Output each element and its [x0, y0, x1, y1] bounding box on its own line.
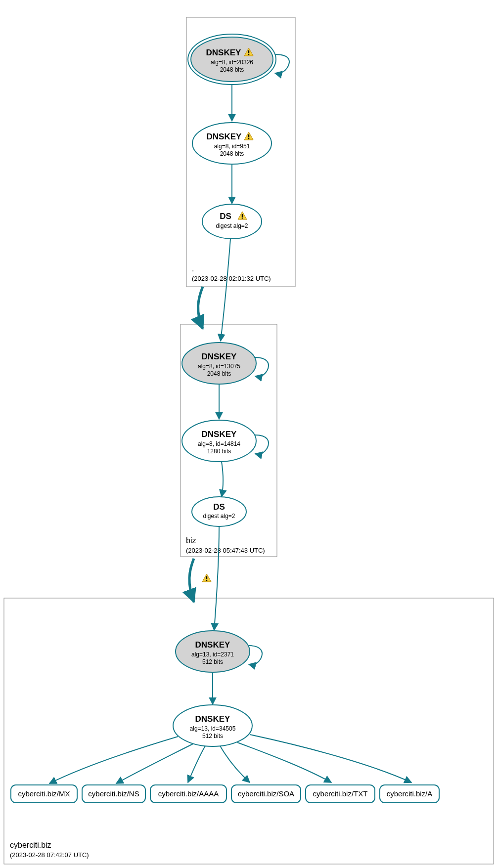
- biz-ksk-l1: alg=8, id=13075: [198, 363, 240, 370]
- delegation-edge: [189, 559, 194, 602]
- biz-ds-title: DS: [213, 502, 225, 512]
- root-ksk-title: DNSKEY: [206, 48, 242, 57]
- node-biz-zsk[interactable]: DNSKEY alg=8, id=14814 1280 bits: [182, 420, 256, 462]
- rrset-aaaa[interactable]: cyberciti.biz/AAAA: [150, 785, 226, 803]
- rrset-txt[interactable]: cyberciti.biz/TXT: [306, 785, 375, 803]
- edge: [188, 746, 205, 782]
- root-zsk-l2: 2048 bits: [220, 150, 244, 157]
- svg-text:cyberciti.biz/A: cyberciti.biz/A: [387, 789, 433, 798]
- biz-zsk-title: DNSKEY: [202, 430, 237, 439]
- node-root-ds[interactable]: DS digest alg=2: [202, 204, 262, 239]
- edge: [49, 737, 178, 783]
- root-ds-l1: digest alg=2: [216, 222, 248, 229]
- node-biz-ksk[interactable]: DNSKEY alg=8, id=13075 2048 bits: [182, 343, 256, 384]
- edge: [116, 744, 193, 783]
- biz-ds-l1: digest alg=2: [203, 513, 235, 520]
- zone-biz-time: (2023-02-28 05:47:43 UTC): [186, 547, 265, 554]
- zone-root-time: (2023-02-28 02:01:32 UTC): [192, 275, 271, 282]
- root-zsk-title: DNSKEY: [207, 132, 242, 141]
- zone-cyberciti-name: cyberciti.biz: [10, 841, 51, 849]
- zone-root-name: .: [192, 264, 194, 273]
- edge: [222, 462, 223, 497]
- rrset-mx[interactable]: cyberciti.biz/MX: [11, 785, 77, 803]
- biz-ksk-title: DNSKEY: [202, 352, 237, 361]
- node-cyberciti-ksk[interactable]: DNSKEY alg=13, id=2371 512 bits: [176, 631, 250, 672]
- edge: [221, 239, 230, 341]
- cy-zsk-title: DNSKEY: [195, 714, 231, 724]
- cy-zsk-l1: alg=13, id=34505: [190, 725, 236, 732]
- node-biz-ds[interactable]: DS digest alg=2: [192, 497, 246, 526]
- dnssec-diagram: . (2023-02-28 02:01:32 UTC) biz (2023-02…: [0, 0, 497, 868]
- root-ksk-l2: 2048 bits: [220, 66, 244, 73]
- self-loop: [255, 357, 269, 377]
- self-loop: [249, 646, 262, 665]
- root-ds-title: DS: [220, 212, 231, 221]
- root-ksk-l1: alg=8, id=20326: [211, 59, 253, 66]
- cy-ksk-l2: 512 bits: [202, 658, 223, 665]
- biz-zsk-l2: 1280 bits: [207, 448, 231, 455]
- node-root-zsk[interactable]: DNSKEY alg=8, id=951 2048 bits: [192, 123, 271, 164]
- svg-text:cyberciti.biz/AAAA: cyberciti.biz/AAAA: [158, 789, 219, 798]
- cy-ksk-l1: alg=13, id=2371: [191, 651, 234, 658]
- self-loop: [275, 54, 289, 73]
- warning-icon: [202, 574, 211, 582]
- svg-point-8: [192, 497, 246, 526]
- delegation-edge: [198, 287, 203, 329]
- edge: [250, 735, 411, 782]
- svg-text:cyberciti.biz/NS: cyberciti.biz/NS: [88, 789, 139, 798]
- svg-point-5: [202, 204, 262, 239]
- svg-text:cyberciti.biz/TXT: cyberciti.biz/TXT: [313, 789, 368, 798]
- zone-biz-name: biz: [186, 536, 196, 545]
- rrset-soa[interactable]: cyberciti.biz/SOA: [231, 785, 301, 803]
- node-root-ksk[interactable]: DNSKEY alg=8, id=20326 2048 bits: [188, 34, 276, 85]
- biz-zsk-l1: alg=8, id=14814: [198, 440, 240, 447]
- rrset-ns[interactable]: cyberciti.biz/NS: [82, 785, 145, 803]
- self-loop: [255, 435, 269, 454]
- rrset-a[interactable]: cyberciti.biz/A: [380, 785, 439, 803]
- svg-text:cyberciti.biz/SOA: cyberciti.biz/SOA: [238, 789, 294, 798]
- cy-zsk-l2: 512 bits: [202, 733, 223, 739]
- root-zsk-l1: alg=8, id=951: [214, 143, 250, 150]
- edge: [237, 742, 331, 782]
- edge: [220, 746, 250, 782]
- edge: [214, 526, 219, 630]
- svg-text:cyberciti.biz/MX: cyberciti.biz/MX: [18, 789, 70, 798]
- cy-ksk-title: DNSKEY: [195, 640, 231, 650]
- biz-ksk-l2: 2048 bits: [207, 370, 231, 377]
- zone-cyberciti-time: (2023-02-28 07:42:07 UTC): [10, 851, 89, 859]
- node-cyberciti-zsk[interactable]: DNSKEY alg=13, id=34505 512 bits: [173, 705, 252, 746]
